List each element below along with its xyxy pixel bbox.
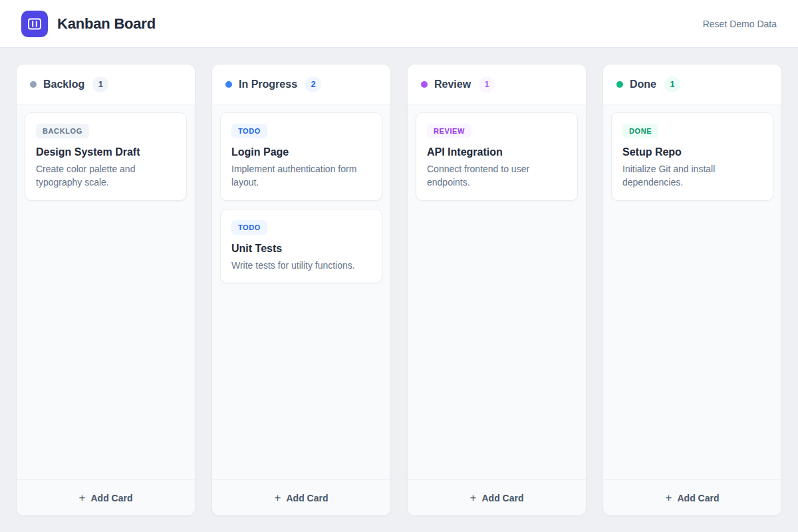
add-card-button-in-progress[interactable]: + Add Card [212, 479, 390, 515]
card-count-badge: 1 [664, 76, 680, 92]
status-dot-done [616, 81, 623, 88]
card-title: Login Page [231, 146, 371, 158]
status-dot-backlog [30, 81, 37, 88]
column-review-header: Review 1 [408, 65, 586, 104]
kanban-card-setup-repo[interactable]: DONE Setup Repo Initialize Git and insta… [611, 112, 773, 201]
card-tag: TODO [231, 124, 267, 138]
card-title: Design System Draft [36, 146, 176, 158]
column-done-card-list: DONE Setup Repo Initialize Git and insta… [603, 104, 781, 479]
card-tag: TODO [231, 220, 267, 235]
plus-icon: + [470, 492, 477, 503]
column-backlog: Backlog 1 BACKLOG Design System Draft Cr… [16, 64, 196, 516]
card-count-badge: 2 [305, 76, 321, 92]
column-backlog-card-list: BACKLOG Design System Draft Create color… [17, 104, 195, 479]
status-dot-in-progress [225, 81, 232, 88]
column-done-header: Done 1 [603, 65, 781, 104]
add-card-button-done[interactable]: + Add Card [603, 479, 781, 515]
column-in-progress: In Progress 2 TODO Login Page Implement … [211, 64, 391, 516]
app-logo [21, 11, 48, 37]
column-in-progress-header: In Progress 2 [212, 65, 390, 104]
card-description: Connect frontend to user endpoints. [427, 162, 567, 190]
column-done: Done 1 DONE Setup Repo Initialize Git an… [602, 64, 782, 516]
card-count-badge: 1 [92, 76, 108, 92]
card-description: Implement authentication form layout. [231, 162, 371, 190]
plus-icon: + [79, 492, 86, 503]
column-backlog-header: Backlog 1 [17, 65, 195, 104]
kanban-card-unit-tests[interactable]: TODO Unit Tests Write tests for utility … [220, 209, 382, 283]
kanban-board-icon [27, 17, 42, 31]
add-card-label: Add Card [286, 493, 328, 503]
app-header: Kanban Board Reset Demo Data [0, 0, 798, 48]
card-tag: REVIEW [427, 124, 471, 138]
column-title: Review [434, 78, 471, 90]
kanban-card-api-integration[interactable]: REVIEW API Integration Connect frontend … [416, 112, 578, 201]
add-card-button-review[interactable]: + Add Card [408, 479, 586, 515]
column-title: Done [630, 78, 656, 90]
column-title: Backlog [43, 78, 84, 90]
card-title: Setup Repo [622, 146, 762, 158]
status-dot-review [421, 81, 428, 88]
card-tag: BACKLOG [36, 124, 89, 138]
column-in-progress-card-list: TODO Login Page Implement authentication… [212, 104, 390, 479]
add-card-label: Add Card [90, 493, 132, 503]
card-count-badge: 1 [479, 76, 495, 92]
column-title: In Progress [239, 78, 297, 90]
column-review: Review 1 REVIEW API Integration Connect … [407, 64, 587, 516]
card-description: Initialize Git and install dependencies. [622, 162, 762, 190]
card-tag: DONE [622, 124, 658, 138]
card-title: API Integration [427, 146, 567, 158]
card-description: Create color palette and typography scal… [36, 162, 176, 190]
card-title: Unit Tests [231, 243, 371, 255]
column-review-card-list: REVIEW API Integration Connect frontend … [408, 104, 586, 479]
kanban-card-login-page[interactable]: TODO Login Page Implement authentication… [220, 112, 382, 201]
add-card-label: Add Card [481, 493, 523, 503]
plus-icon: + [275, 492, 281, 503]
reset-demo-data-button[interactable]: Reset Demo Data [703, 19, 777, 29]
kanban-card-design-system-draft[interactable]: BACKLOG Design System Draft Create color… [25, 112, 187, 201]
add-card-label: Add Card [677, 493, 719, 503]
card-description: Write tests for utility functions. [231, 259, 371, 272]
add-card-button-backlog[interactable]: + Add Card [17, 479, 195, 515]
kanban-board: Backlog 1 BACKLOG Design System Draft Cr… [0, 48, 798, 532]
plus-icon: + [666, 492, 672, 503]
page-title: Kanban Board [57, 15, 156, 33]
